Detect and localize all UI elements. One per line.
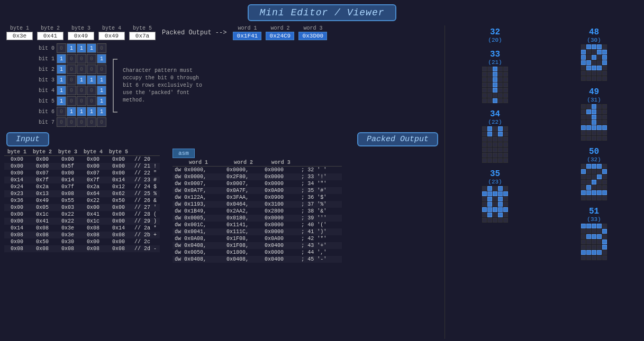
bit-cell[interactable]: 1	[57, 54, 66, 63]
bit-cell[interactable]: 0	[97, 117, 106, 127]
table-cell: 0x05	[30, 204, 55, 211]
table-cell: 0x03	[55, 204, 80, 211]
bit-cell[interactable]: 1	[97, 96, 106, 106]
bit-cell[interactable]: 1	[87, 43, 96, 53]
bit-cell[interactable]: 0	[97, 43, 106, 53]
bit-cell[interactable]: 1	[97, 54, 106, 63]
char-pixel	[487, 218, 492, 223]
char-pixel	[602, 44, 607, 49]
table-cell: 0x14	[106, 177, 131, 183]
bit-cell[interactable]: 0	[77, 117, 86, 127]
bit-cell[interactable]: 1	[87, 75, 96, 85]
bit-cell[interactable]: 1	[97, 107, 106, 116]
bit-cell[interactable]: 0	[57, 43, 66, 53]
table-cell: 0x00	[55, 170, 80, 177]
output-table-cell: 0x0007,	[224, 180, 262, 187]
bit-cell[interactable]: 0	[77, 64, 86, 74]
char-pixel	[602, 185, 607, 190]
char-pixel	[482, 202, 487, 207]
bit-cell[interactable]: 0	[67, 75, 76, 85]
bit-cell[interactable]: 0	[57, 107, 66, 116]
bit-row-bit-0: bit 001110	[36, 43, 107, 53]
bit-cell[interactable]: 0	[87, 54, 96, 63]
char-pixel	[581, 190, 586, 195]
char-pixel	[581, 185, 586, 190]
table-cell: 0x08	[106, 245, 131, 252]
bit-cell[interactable]: 0	[87, 64, 96, 74]
table-cell: 0x00	[106, 170, 131, 177]
bit-cell[interactable]: 0	[77, 86, 86, 95]
bit-cell[interactable]: 0	[67, 86, 76, 95]
output-table-cell: 0x0464,	[224, 201, 262, 208]
char-pixel	[602, 60, 607, 65]
bit-cell[interactable]: 1	[57, 64, 66, 74]
bit-cell[interactable]: 0	[67, 64, 76, 74]
output-table-cell: 0x0000	[262, 249, 299, 256]
char-pixel	[503, 72, 508, 77]
byte3-label: byte 3	[71, 25, 90, 31]
char-pixel	[592, 224, 596, 228]
bit-cell[interactable]: 1	[57, 75, 66, 85]
bit-cell[interactable]: 1	[97, 86, 106, 95]
char-pixel	[498, 153, 503, 158]
char-pixel	[482, 67, 487, 71]
bit-cell[interactable]: 0	[87, 96, 96, 106]
bit-cell[interactable]: 0	[67, 117, 76, 127]
table-cell: 0x00	[4, 211, 30, 218]
bit-cell[interactable]: 0	[87, 117, 96, 127]
char-pixel	[586, 55, 591, 60]
bit-cell[interactable]: 1	[77, 43, 86, 53]
output-col-header: word 2	[224, 159, 262, 167]
char-pixel	[581, 174, 586, 179]
bit-cell[interactable]: 0	[97, 64, 106, 74]
char-pixel	[602, 180, 607, 185]
bit-cell[interactable]: 1	[67, 43, 76, 53]
char-pixel	[482, 126, 487, 131]
char-pixel	[503, 148, 508, 152]
table-cell: 0x08	[55, 190, 80, 197]
char-pixel-grid	[581, 224, 607, 260]
bit-cell[interactable]: 0	[77, 96, 86, 106]
bit-cell[interactable]: 0	[67, 96, 76, 106]
output-table-cell: ; 33 '!'	[299, 173, 342, 180]
word3-value: 0x3D00	[298, 32, 327, 40]
bit-cell[interactable]: 0	[77, 54, 86, 63]
char-number: 35	[490, 169, 500, 179]
char-pixel	[597, 234, 602, 239]
char-pixel	[602, 109, 607, 114]
char-pixel	[493, 197, 497, 201]
char-pixel	[592, 245, 596, 250]
output-table-cell: dw 0x001C,	[173, 222, 224, 228]
table-cell: 0x00	[80, 204, 106, 211]
bit-cell[interactable]: 1	[87, 107, 96, 116]
bit-cell[interactable]: 0	[67, 54, 76, 63]
char-pixel	[592, 120, 596, 125]
char-pixel	[592, 190, 596, 195]
output-table-cell: dw 0x0050,	[173, 249, 224, 256]
bit-cell[interactable]: 0	[87, 86, 96, 95]
char-pixel	[482, 207, 487, 212]
output-table-cell: ; 45 '-'	[299, 256, 342, 263]
bit-cell[interactable]: 1	[57, 96, 66, 106]
bit-cell[interactable]: 1	[57, 86, 66, 95]
asm-tab[interactable]: asm	[173, 149, 195, 158]
char-pixel	[493, 191, 497, 196]
table-row: 0x000x000x000x000x00// 20	[4, 156, 160, 163]
bit-cell[interactable]: 1	[97, 75, 106, 85]
bit-cell[interactable]: 1	[77, 107, 86, 116]
char-pixel	[602, 115, 607, 119]
char-pixel	[493, 186, 497, 191]
char-pixel	[498, 197, 503, 201]
char-pixel	[503, 202, 508, 207]
char-pixel	[487, 191, 492, 196]
bit-cell[interactable]: 0	[57, 117, 66, 127]
bit-cell[interactable]: 1	[77, 75, 86, 85]
table-cell: 0x00	[30, 156, 55, 163]
char-pixel	[482, 88, 487, 93]
bit-cell[interactable]: 1	[67, 107, 76, 116]
output-table-cell: ; 36 '$'	[299, 194, 342, 201]
table-cell: // 28 (	[131, 211, 160, 218]
table-cell: 0x3e	[55, 232, 80, 238]
table-cell: 0x08	[106, 232, 131, 238]
char-pixel	[482, 218, 487, 223]
